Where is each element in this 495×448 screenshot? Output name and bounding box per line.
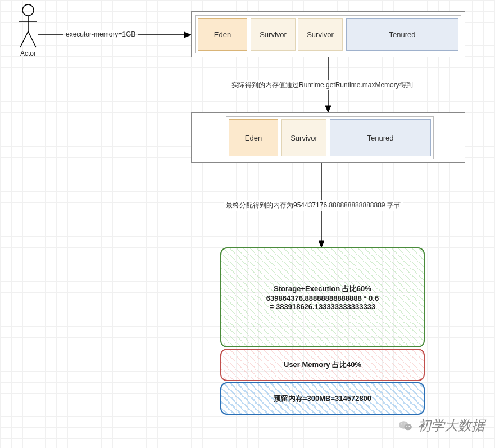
user-memory-segment: User Memory 占比40% xyxy=(220,349,425,381)
svg-line-3 xyxy=(20,31,28,47)
label-exec-memory: executor-memory=1GB xyxy=(63,30,138,39)
svg-point-14 xyxy=(404,423,405,424)
watermark-text: 初学大数据 xyxy=(417,417,485,435)
actor-label: Actor xyxy=(17,49,39,57)
svg-marker-10 xyxy=(319,241,324,247)
label-final: 最终分配得到的内存为954437176.888888888888889 字节 xyxy=(224,200,403,211)
svg-marker-6 xyxy=(184,32,191,38)
tenured-region-2: Tenured xyxy=(330,119,431,156)
svg-point-12 xyxy=(404,424,412,430)
actor-icon xyxy=(18,3,38,48)
svg-line-4 xyxy=(28,31,36,47)
svg-point-13 xyxy=(401,423,402,424)
storage-execution-calc1: 639864376.88888888888888 * 0.6 xyxy=(266,294,379,302)
svg-point-0 xyxy=(22,4,34,16)
watermark: 初学大数据 xyxy=(398,417,485,435)
memory-box-runtime: Eden Survivor Tenured xyxy=(191,112,465,163)
svg-point-16 xyxy=(408,426,410,427)
memory-box-full-inner: Eden Survivor Survivor Tenured xyxy=(195,15,461,53)
survivor-region-single: Survivor xyxy=(281,119,326,156)
wechat-icon xyxy=(398,419,413,432)
eden-region: Eden xyxy=(198,18,247,51)
svg-marker-8 xyxy=(325,106,331,112)
eden-region-2: Eden xyxy=(229,119,278,156)
svg-point-15 xyxy=(406,426,407,427)
reserved-memory-title: 预留内存=300MB=314572800 xyxy=(274,394,371,402)
storage-execution-segment: Storage+Execution 占比60% 639864376.888888… xyxy=(220,247,425,347)
memory-box-full: Eden Survivor Survivor Tenured xyxy=(191,11,465,57)
memory-box-runtime-inner: Eden Survivor Tenured xyxy=(226,116,434,159)
reserved-memory-segment: 预留内存=300MB=314572800 xyxy=(220,382,425,415)
label-runtime: 实际得到的内存值通过Runtime.getRuntime.maxMemory得到 xyxy=(229,80,415,90)
allocation-stack: Storage+Execution 占比60% 639864376.888888… xyxy=(220,247,425,416)
storage-execution-title: Storage+Execution 占比60% xyxy=(274,284,371,293)
storage-execution-calc2: = 383918626.133333333333333 xyxy=(270,302,375,311)
tenured-region: Tenured xyxy=(346,18,458,51)
user-memory-title: User Memory 占比40% xyxy=(284,360,361,369)
survivor-region-1: Survivor xyxy=(251,18,296,51)
survivor-region-2: Survivor xyxy=(298,18,343,51)
actor-figure: Actor xyxy=(17,3,39,57)
